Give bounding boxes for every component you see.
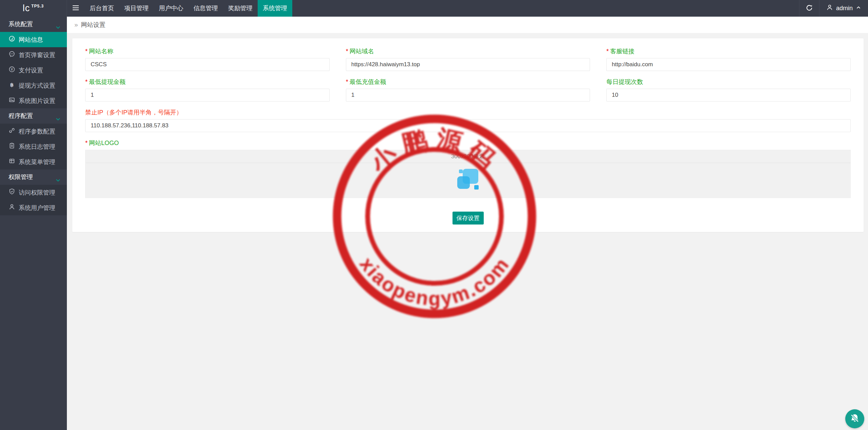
topbar-right: admin <box>799 0 868 17</box>
form-field-site-name: *网站名称 <box>85 48 330 71</box>
required-asterisk: * <box>606 48 609 55</box>
nav-item-projects[interactable]: 项目管理 <box>119 0 154 17</box>
brand-logo[interactable]: lc TP5.3 <box>0 0 67 17</box>
field-label: *网站域名 <box>346 48 590 55</box>
sidebar-section-program-config[interactable]: 程序配置 <box>0 108 67 124</box>
sidebar-item-popup-settings[interactable]: 首页弹窗设置 <box>0 47 67 62</box>
sidebar-item-label: 网站信息 <box>19 36 43 44</box>
breadcrumb: » 网站设置 <box>67 17 868 33</box>
sidebar-section-system-config[interactable]: 系统配置 <box>0 17 67 32</box>
service-link-input[interactable] <box>606 58 851 71</box>
mute-notifications-fab[interactable] <box>845 409 864 428</box>
settings-form-card: *网站名称 *网站域名 *客服链接 *最低提现金额 <box>72 38 864 232</box>
sidebar: 系统配置 网站信息 首页弹窗设置 ¥ 支付设置 ฿ 提现 <box>0 17 67 430</box>
field-label: *网站LOGO <box>85 140 851 147</box>
refresh-button[interactable] <box>799 0 819 17</box>
save-button[interactable]: 保存设置 <box>453 212 484 225</box>
sidebar-group-permissions: 访问权限管理 系统用户管理 <box>0 185 67 215</box>
main-content: » 网站设置 *网站名称 *网站域名 *客服链接 <box>67 17 868 430</box>
log-icon <box>8 142 15 151</box>
chevron-down-icon <box>55 113 61 128</box>
popup-icon <box>8 51 15 59</box>
sidebar-item-withdraw-settings[interactable]: ฿ 提现方式设置 <box>0 78 67 93</box>
sidebar-group-program-config: 程序参数配置 系统日志管理 系统菜单管理 <box>0 124 67 169</box>
sidebar-item-label: 系统图片设置 <box>19 97 55 105</box>
nav-item-system[interactable]: 系统管理 <box>258 0 292 17</box>
sidebar-item-label: 访问权限管理 <box>19 189 55 197</box>
sidebar-item-payment-settings[interactable]: ¥ 支付设置 <box>0 62 67 78</box>
image-placeholder-icon <box>457 168 479 192</box>
form-field-banned-ip: 禁止IP（多个IP请用半角，号隔开） <box>85 109 851 132</box>
nav-item-dashboard[interactable]: 后台首页 <box>85 0 119 17</box>
form-field-min-recharge: *最低充值金额 <box>346 78 590 102</box>
sidebar-item-image-settings[interactable]: 系统图片设置 <box>0 93 67 108</box>
form-actions: 保存设置 <box>85 212 851 225</box>
svg-text:¥: ¥ <box>11 67 13 71</box>
logo-upload-dropzone[interactable] <box>86 163 850 198</box>
required-asterisk: * <box>85 48 88 55</box>
site-name-input[interactable] <box>85 58 330 71</box>
field-label: 每日提现次数 <box>606 78 851 86</box>
required-asterisk: * <box>346 48 348 55</box>
form-field-min-withdraw: *最低提现金额 <box>85 78 330 102</box>
site-settings-form: *网站名称 *网站域名 *客服链接 *最低提现金额 <box>85 48 851 205</box>
banned-ip-input[interactable] <box>85 119 851 132</box>
logo-size-hint: 300x300像素 <box>86 150 850 163</box>
daily-withdraw-times-input[interactable] <box>606 89 851 102</box>
brand-version-tag: TP5.3 <box>31 4 44 8</box>
min-withdraw-input[interactable] <box>85 89 330 102</box>
logo-upload-area[interactable]: 300x300像素 <box>85 150 851 198</box>
form-field-daily-withdraw-times: 每日提现次数 <box>606 78 851 102</box>
bell-slash-icon <box>849 413 860 425</box>
field-label: *客服链接 <box>606 48 851 55</box>
nav-item-user-center[interactable]: 用户中心 <box>154 0 188 17</box>
field-label: *最低提现金额 <box>85 78 330 86</box>
sidebar-section-permissions[interactable]: 权限管理 <box>0 169 67 185</box>
sidebar-item-system-menus[interactable]: 系统菜单管理 <box>0 154 67 169</box>
sidebar-group-system-config: 网站信息 首页弹窗设置 ¥ 支付设置 ฿ 提现方式设置 系统图片设置 <box>0 32 67 108</box>
user-icon <box>826 4 833 13</box>
required-asterisk: * <box>85 140 88 146</box>
hamburger-button[interactable] <box>67 0 85 17</box>
sidebar-item-label: 系统日志管理 <box>19 143 55 151</box>
refresh-icon <box>806 4 813 13</box>
admin-username: admin <box>836 5 853 12</box>
field-label: *网站名称 <box>85 48 330 55</box>
sidebar-item-system-logs[interactable]: 系统日志管理 <box>0 139 67 154</box>
user-icon <box>8 203 15 212</box>
sidebar-item-label: 系统菜单管理 <box>19 158 55 166</box>
min-recharge-input[interactable] <box>346 89 590 102</box>
required-asterisk: * <box>346 78 348 85</box>
field-label: *最低充值金额 <box>346 78 590 86</box>
sidebar-item-label: 程序参数配置 <box>19 127 55 136</box>
brand-logo-text: lc <box>23 3 30 14</box>
sidebar-item-label: 系统用户管理 <box>19 204 55 212</box>
sidebar-item-label: 提现方式设置 <box>19 82 55 90</box>
admin-menu[interactable]: admin <box>819 0 868 17</box>
layout-icon <box>8 158 15 166</box>
sidebar-item-label: 首页弹窗设置 <box>19 51 55 59</box>
svg-text:฿: ฿ <box>10 82 14 88</box>
section-title-label: 权限管理 <box>8 174 33 180</box>
chevron-up-icon <box>856 5 861 12</box>
top-nav: 后台首页 项目管理 用户中心 信息管理 奖励管理 系统管理 <box>85 0 292 17</box>
site-domain-input[interactable] <box>346 58 590 71</box>
form-field-site-logo: *网站LOGO 300x300像素 <box>85 140 851 198</box>
withdraw-icon: ฿ <box>8 81 15 90</box>
breadcrumb-separator-icon: » <box>74 21 78 29</box>
shield-icon <box>8 188 15 197</box>
form-field-service-link: *客服链接 <box>606 48 851 71</box>
chevron-down-icon <box>55 21 61 36</box>
chevron-down-icon <box>55 174 61 189</box>
sidebar-item-label: 支付设置 <box>19 66 43 74</box>
required-asterisk: * <box>85 78 88 85</box>
field-label: 禁止IP（多个IP请用半角，号隔开） <box>85 109 851 116</box>
nav-item-rewards[interactable]: 奖励管理 <box>223 0 258 17</box>
pay-icon: ¥ <box>8 66 15 74</box>
section-title-label: 系统配置 <box>8 21 33 28</box>
nav-item-info[interactable]: 信息管理 <box>188 0 223 17</box>
form-field-site-domain: *网站域名 <box>346 48 590 71</box>
image-icon <box>8 96 15 105</box>
sidebar-item-system-users[interactable]: 系统用户管理 <box>0 200 67 215</box>
top-bar: lc TP5.3 后台首页 项目管理 用户中心 信息管理 奖励管理 系统管理 <box>0 0 868 17</box>
